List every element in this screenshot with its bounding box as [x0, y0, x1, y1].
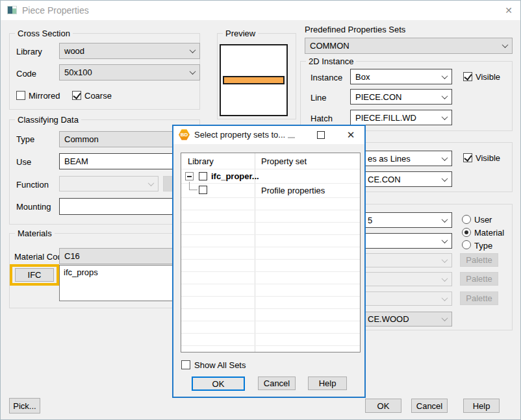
chevron-down-icon: [148, 180, 155, 186]
chevron-down-icon: [442, 315, 448, 321]
coarse-label: Coarse: [84, 91, 112, 101]
close-icon[interactable]: ✕: [342, 129, 359, 142]
code-label: Code: [16, 69, 36, 79]
empty-row: [181, 198, 360, 210]
empty-row: [181, 334, 360, 346]
preview-cross-section-bar: [223, 76, 285, 84]
palette-button-3: Palette: [460, 291, 498, 305]
mirrored-label: Mirrored: [29, 91, 60, 101]
modal-titlebar[interactable]: BD Select property sets to... ✕: [173, 126, 364, 144]
palette-button-2: Palette: [460, 272, 498, 286]
palette-button-1: Palette: [460, 253, 498, 267]
empty-row: [181, 223, 360, 235]
chevron-down-icon: [442, 295, 448, 301]
chevron-down-icon: [502, 42, 509, 48]
2d-visible-label: Visible: [476, 72, 500, 82]
tree-branch-icon: [189, 182, 197, 190]
function-label: Function: [16, 180, 49, 190]
modal-title: Select property sets to...: [194, 130, 285, 140]
empty-row: [181, 309, 360, 321]
line-select[interactable]: PIECE.CON: [350, 89, 452, 105]
app-icon: [7, 6, 17, 14]
empty-row: [181, 272, 360, 284]
show-all-sets-label: Show All Sets: [194, 360, 246, 370]
chevron-down-icon: [190, 68, 196, 75]
table-row[interactable]: Profile properties: [181, 184, 360, 198]
chevron-down-icon: [442, 237, 448, 243]
maximize-icon[interactable]: [317, 131, 325, 139]
predefined-sets-select[interactable]: COMMON: [305, 38, 513, 54]
3d-visible-checkbox[interactable]: [463, 153, 472, 162]
property-set-checkbox[interactable]: [199, 186, 207, 194]
property-sets-table[interactable]: Library Property set ifc_proper... Profi…: [181, 153, 361, 352]
piece-properties-window: Piece Properties ✕ Cross Section Library…: [0, 0, 521, 420]
classifying-data-legend: Classifying Data: [15, 115, 81, 125]
ifc-button[interactable]: IFC: [15, 268, 54, 282]
library-column-header: Library: [188, 156, 214, 166]
type-radio-label: Type: [474, 241, 492, 251]
library-checkbox[interactable]: [199, 172, 207, 180]
show-all-sets-checkbox[interactable]: [181, 360, 190, 369]
chevron-down-icon: [442, 175, 448, 182]
empty-row: [181, 297, 360, 309]
window-titlebar: Piece Properties ✕: [1, 1, 520, 20]
empty-row: [181, 210, 360, 223]
chevron-down-icon: [442, 93, 448, 99]
empty-row: [181, 260, 360, 272]
modal-help-button[interactable]: Help: [308, 377, 347, 390]
mounting-label: Mounting: [16, 202, 51, 212]
cancel-button[interactable]: Cancel: [411, 399, 448, 413]
line-label: Line: [311, 93, 327, 103]
select-property-sets-dialog: BD Select property sets to... ✕ Library …: [172, 125, 366, 398]
chevron-down-icon: [442, 216, 448, 223]
chevron-down-icon: [442, 275, 448, 282]
empty-row: [181, 235, 360, 247]
chevron-down-icon: [442, 154, 448, 161]
user-radio[interactable]: [462, 215, 471, 224]
property-set-column-header: Property set: [261, 156, 307, 166]
modal-ok-button[interactable]: OK: [192, 377, 245, 391]
bd-app-icon: BD: [179, 129, 190, 140]
pick-button[interactable]: Pick...: [9, 398, 40, 414]
chevron-down-icon: [442, 114, 448, 120]
chevron-down-icon: [442, 256, 448, 263]
type-label: Type: [16, 134, 34, 144]
empty-row: [181, 284, 360, 297]
3d-visible-label: Visible: [476, 153, 500, 163]
library-label: Library: [16, 47, 42, 56]
preview-legend: Preview: [223, 29, 258, 38]
empty-row: [181, 247, 360, 260]
help-button[interactable]: Help: [463, 399, 500, 413]
chevron-down-icon: [442, 73, 448, 79]
materials-legend: Materials: [15, 229, 55, 238]
function-select: [59, 176, 159, 191]
material-radio-label: Material: [474, 228, 504, 238]
hatch-select[interactable]: PIECE.FILL.WD: [350, 110, 452, 125]
user-radio-label: User: [474, 215, 492, 225]
window-title: Piece Properties: [22, 5, 89, 16]
collapse-icon[interactable]: [185, 172, 194, 180]
predefined-sets-label: Predefined Properties Sets: [305, 25, 405, 34]
instance-select[interactable]: Box: [350, 69, 452, 84]
modal-cancel-button[interactable]: Cancel: [258, 377, 296, 390]
hatch-label: Hatch: [311, 114, 333, 123]
library-select[interactable]: wood: [59, 43, 200, 59]
2d-visible-checkbox[interactable]: [463, 72, 472, 81]
empty-row: [181, 321, 360, 334]
type-radio[interactable]: [462, 240, 471, 249]
table-header: Library Property set: [181, 153, 360, 169]
material-radio[interactable]: [462, 228, 471, 237]
minimize-icon: [288, 137, 295, 138]
chevron-down-icon: [190, 47, 196, 53]
mirrored-checkbox[interactable]: [16, 91, 25, 100]
cross-section-legend: Cross Section: [15, 29, 73, 38]
use-label: Use: [16, 157, 31, 167]
instance-label: Instance: [311, 73, 342, 82]
2d-instance-legend: 2D Instance: [306, 56, 356, 66]
ok-button[interactable]: OK: [365, 399, 401, 413]
coarse-checkbox[interactable]: [72, 91, 81, 100]
close-icon[interactable]: ✕: [501, 4, 516, 17]
table-row[interactable]: ifc_proper...: [181, 169, 360, 184]
code-select[interactable]: 50x100: [59, 64, 200, 80]
